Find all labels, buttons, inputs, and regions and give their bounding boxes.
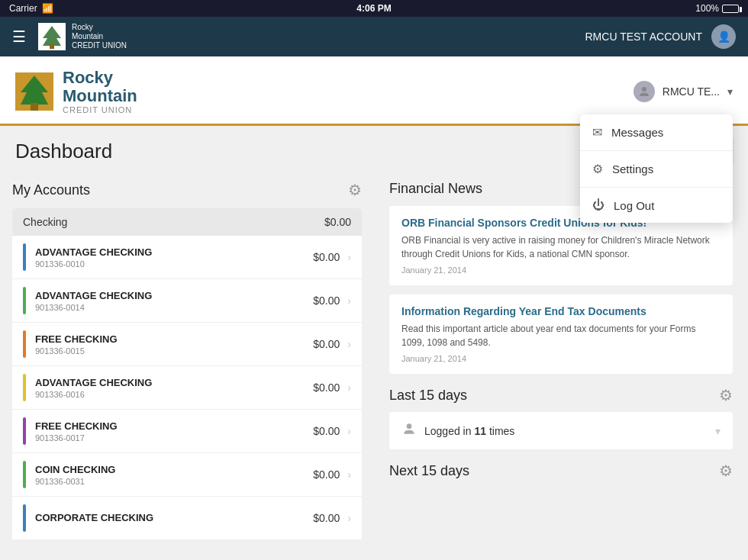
account-info: FREE CHECKING 901336-0015 — [35, 333, 313, 356]
stats-text: Logged in 11 times — [424, 425, 514, 437]
nav-logo-line2: Mountain — [72, 32, 127, 41]
account-amount: $0.00 — [313, 468, 340, 481]
account-number: 901336-0017 — [35, 433, 313, 443]
account-name: FREE CHECKING — [35, 420, 313, 432]
logo-tree-icon — [41, 24, 63, 49]
account-row[interactable]: ADVANTAGE CHECKING 901336-0010 $0.00 › — [12, 236, 362, 279]
dropdown-item-messages[interactable]: ✉ Messages — [580, 114, 733, 151]
account-name: FREE CHECKING — [35, 333, 313, 345]
svg-rect-1 — [50, 44, 54, 49]
account-amount: $0.00 — [313, 251, 340, 263]
account-color-bar — [23, 330, 26, 358]
account-info: FREE CHECKING 901336-0017 — [35, 420, 313, 443]
news-container: ORB Financial Sponsors Credit Unions for… — [389, 206, 733, 374]
accounts-table: Checking $0.00 ADVANTAGE CHECKING 901336… — [12, 208, 362, 540]
last15-title: Last 15 days — [389, 388, 467, 404]
status-left: Carrier 📶 — [9, 3, 53, 14]
dropdown-item-icon: ⏻ — [592, 198, 605, 212]
dropdown-item-label: Log Out — [614, 199, 654, 212]
wifi-icon: 📶 — [42, 3, 53, 14]
next15-settings-icon[interactable]: ⚙ — [719, 462, 733, 480]
stats-left: Logged in 11 times — [401, 421, 514, 440]
content-area: My Accounts ⚙ Checking $0.00 ADVANTAGE C… — [0, 172, 748, 560]
dropdown-item-icon: ⚙ — [592, 162, 603, 176]
account-name: COIN CHECKING — [35, 464, 313, 475]
dropdown-item-label: Messages — [611, 126, 663, 139]
account-row[interactable]: FREE CHECKING 901336-0015 $0.00 › — [12, 323, 362, 366]
svg-point-4 — [642, 87, 646, 92]
dashboard-title-area: Dashboard — [15, 140, 112, 163]
nav-logo-line1: Rocky — [72, 23, 127, 32]
account-info: COIN CHECKING 901336-0031 — [35, 464, 313, 486]
checking-total: $0.00 — [324, 216, 351, 228]
account-row[interactable]: COIN CHECKING 901336-0031 $0.00 › — [12, 453, 362, 497]
accounts-settings-icon[interactable]: ⚙ — [348, 181, 362, 199]
account-color-bar — [23, 461, 26, 488]
account-info: ADVANTAGE CHECKING 901336-0016 — [35, 377, 313, 399]
nav-left: ☰ Rocky Mountain CREDIT UNION — [12, 23, 127, 50]
news-body: ORB Financial is very active in raising … — [401, 233, 721, 261]
battery-label: 100% — [695, 3, 719, 14]
svg-marker-2 — [21, 76, 48, 105]
right-panel: Financial News ORB Financial Sponsors Cr… — [374, 172, 748, 560]
header-account-area[interactable]: RMCU TE... ▾ — [634, 81, 733, 102]
account-row[interactable]: FREE CHECKING 901336-0017 $0.00 › — [12, 410, 362, 453]
last15-header: Last 15 days ⚙ — [389, 386, 733, 404]
nav-right: RMCU TEST ACCOUNT 👤 — [585, 24, 737, 49]
account-color-bar — [23, 287, 26, 314]
status-bar: Carrier 📶 4:06 PM 100% — [0, 0, 748, 17]
news-title[interactable]: Information Regarding Year End Tax Docum… — [401, 305, 721, 317]
dropdown-item-settings[interactable]: ⚙ Settings — [580, 151, 733, 188]
person-icon — [637, 85, 651, 98]
account-number: 901336-0015 — [35, 346, 313, 356]
account-info: CORPORATE CHECKING — [35, 512, 313, 525]
account-number: 901336-0031 — [35, 477, 313, 486]
header-tree-icon — [18, 72, 51, 111]
header-dropdown-chevron[interactable]: ▾ — [727, 85, 733, 98]
account-amount: $0.00 — [313, 425, 340, 437]
checking-section-header: Checking $0.00 — [12, 208, 362, 236]
svg-point-8 — [407, 424, 412, 430]
account-number: 901336-0014 — [35, 303, 313, 312]
checking-label: Checking — [23, 216, 67, 228]
header-logo-sub: CREDIT UNION — [63, 105, 137, 114]
status-time: 4:06 PM — [356, 3, 391, 14]
account-row[interactable]: ADVANTAGE CHECKING 901336-0016 $0.00 › — [12, 366, 362, 410]
my-accounts-header: My Accounts ⚙ — [12, 181, 362, 199]
account-amount: $0.00 — [313, 294, 340, 307]
news-card: Information Regarding Year End Tax Docum… — [389, 294, 733, 374]
next15-header: Next 15 days ⚙ — [389, 462, 733, 480]
nav-logo-text: Rocky Mountain CREDIT UNION — [72, 23, 127, 50]
next15-section: Next 15 days ⚙ — [389, 462, 733, 480]
account-number: 901336-0010 — [35, 259, 313, 269]
last15-section: Last 15 days ⚙ Logged in 11 — [389, 386, 733, 449]
next15-title: Next 15 days — [389, 463, 469, 479]
account-chevron-icon: › — [347, 468, 351, 481]
dropdown-item-icon: ✉ — [592, 125, 602, 140]
nav-avatar: 👤 — [711, 24, 736, 49]
news-date: January 21, 2014 — [401, 266, 721, 275]
nav-logo-box — [38, 23, 66, 50]
news-body: Read this important article about year e… — [401, 322, 721, 349]
account-color-bar — [23, 504, 26, 532]
news-date: January 21, 2014 — [401, 354, 721, 363]
account-color-bar — [23, 374, 26, 401]
last15-settings-icon[interactable]: ⚙ — [719, 386, 733, 404]
header-logo-icon — [15, 72, 53, 111]
last15-card: Logged in 11 times ▾ — [389, 412, 733, 449]
left-panel: My Accounts ⚙ Checking $0.00 ADVANTAGE C… — [0, 172, 374, 560]
account-color-bar — [23, 417, 26, 445]
header-logo: Rocky Mountain CREDIT UNION — [15, 69, 137, 114]
status-right: 100% — [695, 3, 739, 14]
account-amount: $0.00 — [313, 338, 340, 350]
dropdown-item-log-out[interactable]: ⏻ Log Out — [580, 188, 733, 223]
stats-chevron-icon[interactable]: ▾ — [715, 425, 721, 437]
account-row[interactable]: ADVANTAGE CHECKING 901336-0014 $0.00 › — [12, 279, 362, 323]
hamburger-menu[interactable]: ☰ — [12, 27, 26, 46]
account-info: ADVANTAGE CHECKING 901336-0014 — [35, 290, 313, 312]
dropdown-items: ✉ Messages ⚙ Settings ⏻ Log Out — [580, 114, 733, 223]
account-name: ADVANTAGE CHECKING — [35, 290, 313, 301]
account-row[interactable]: CORPORATE CHECKING $0.00 › — [12, 497, 362, 540]
account-color-bar — [23, 243, 26, 271]
dropdown-item-label: Settings — [612, 163, 653, 175]
